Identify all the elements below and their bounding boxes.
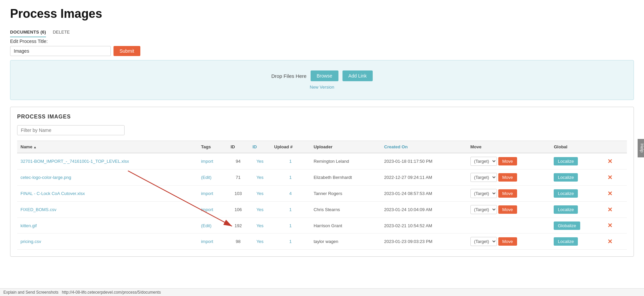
cell-uploader: Harrison Grant [310,218,381,234]
cell-upload[interactable]: 1 [271,153,310,169]
table-row: pricing.csvimport98Yes1taylor wagen2023-… [17,234,627,250]
cell-created: 2023-01-24 08:57:53 AM [381,186,467,202]
file-link[interactable]: cetec-logo-color-large.png [20,175,71,180]
move-select[interactable]: (Target) [470,173,497,182]
localize-button[interactable]: Localize [554,189,578,198]
globalize-button[interactable]: Globalize [554,221,580,230]
move-button[interactable]: Move [498,157,517,165]
cell-delete: ✕ [602,234,627,250]
cell-id: 103 [227,186,249,202]
cell-delete: ✕ [602,186,627,202]
cell-tags: import [198,153,227,169]
cell-id-link[interactable]: Yes [249,234,271,250]
table-row: FIXED_BOMS.csvimport106Yes1Chris Stearns… [17,202,627,218]
cell-global: Localize [550,186,602,202]
filter-input[interactable] [17,125,125,135]
move-button[interactable]: Move [498,205,517,214]
nav-tab-documents[interactable]: DOCUMENTS (6) [10,28,46,37]
cell-global: Localize [550,153,602,169]
cell-upload[interactable]: 1 [271,202,310,218]
move-button[interactable]: Move [498,189,517,198]
cell-delete: ✕ [602,202,627,218]
cell-created: 2023-02-21 10:54:52 AM [381,218,467,234]
cell-tags[interactable]: (Edit) [198,169,227,186]
nav-tab-delete[interactable]: DELETE [53,28,70,37]
cell-upload[interactable]: 1 [271,218,310,234]
localize-button[interactable]: Localize [554,157,578,165]
col-tags: Tags [198,141,227,153]
cell-id: 106 [227,202,249,218]
file-link[interactable]: pricing.csv [20,239,41,244]
delete-button[interactable]: ✕ [605,189,614,198]
edit-process-label: Edit Process Title: [10,39,634,44]
move-select[interactable]: (Target) [470,205,497,214]
localize-button[interactable]: Localize [554,205,578,214]
cell-delete: ✕ [602,153,627,169]
cell-uploader: Tanner Rogers [310,186,381,202]
page-title: Process Images [10,7,634,21]
add-link-button[interactable]: Add Link [342,70,373,81]
delete-button[interactable]: ✕ [605,237,614,246]
cell-uploader: Elizabeth Bernhardt [310,169,381,186]
process-title-input[interactable] [10,46,111,56]
cell-created: 2023-01-23 09:03:23 PM [381,234,467,250]
file-link[interactable]: FIXED_BOMS.csv [20,207,56,212]
move-button[interactable]: Move [498,237,517,246]
cell-id-link[interactable]: Yes [249,169,271,186]
cell-move: (Target)Move [467,202,551,218]
cell-uploader: taylor wagen [310,234,381,250]
cell-upload[interactable]: 4 [271,186,310,202]
file-link[interactable]: FINAL - C-Lock CoA Cutover.xlsx [20,191,85,196]
cell-id: 192 [227,218,249,234]
browse-button[interactable]: Browse [311,70,338,81]
top-nav: DOCUMENTS (6) DELETE [10,28,634,37]
delete-button[interactable]: ✕ [605,173,614,182]
table-row: FINAL - C-Lock CoA Cutover.xlsximport103… [17,186,627,202]
table-row: 32701-BOM_IMPORT_-_74161001-1_TOP_LEVEL.… [17,153,627,169]
col-uploader: Uploader [310,141,381,153]
submit-button[interactable]: Submit [113,46,140,56]
cell-global: Localize [550,234,602,250]
cell-id-link[interactable]: Yes [249,186,271,202]
col-name[interactable]: Name [17,141,198,153]
move-select[interactable]: (Target) [470,157,497,166]
cell-id-link[interactable]: Yes [249,202,271,218]
file-link[interactable]: 32701-BOM_IMPORT_-_74161001-1_TOP_LEVEL.… [20,159,129,164]
cell-id: 94 [227,153,249,169]
col-global: Global [550,141,602,153]
col-id2[interactable]: ID [249,141,271,153]
move-button[interactable]: Move [498,173,517,182]
cell-tags: import [198,202,227,218]
localize-button[interactable]: Localize [554,173,578,182]
drop-zone-text: Drop Files Here [271,73,307,79]
move-select[interactable]: (Target) [470,189,497,198]
cell-name: FIXED_BOMS.csv [17,202,198,218]
cell-move: (Target)Move [467,186,551,202]
cell-id: 71 [227,169,249,186]
cell-id-link[interactable]: Yes [249,153,271,169]
cell-delete: ✕ [602,218,627,234]
drop-zone-row: Drop Files Here Browse Add Link [271,70,373,81]
new-version-link[interactable]: New Version [310,85,334,90]
cell-move: (Target)Move [467,153,551,169]
localize-button[interactable]: Localize [554,237,578,246]
cell-name: cetec-logo-color-large.png [17,169,198,186]
cell-upload[interactable]: 1 [271,169,310,186]
move-select[interactable]: (Target) [470,237,497,246]
col-id1: ID [227,141,249,153]
table-body: 32701-BOM_IMPORT_-_74161001-1_TOP_LEVEL.… [17,153,627,250]
cell-global: Localize [550,169,602,186]
cell-id-link[interactable]: Yes [249,218,271,234]
process-table-section: PROCESS IMAGES Name Tags ID ID [10,107,634,257]
delete-button[interactable]: ✕ [605,205,614,214]
cell-upload[interactable]: 1 [271,234,310,250]
cell-name: 32701-BOM_IMPORT_-_74161001-1_TOP_LEVEL.… [17,153,198,169]
cell-id: 98 [227,234,249,250]
file-link[interactable]: kitten.gif [20,223,37,228]
delete-button[interactable]: ✕ [605,157,614,166]
delete-button[interactable]: ✕ [605,221,614,230]
cell-tags[interactable]: (Edit) [198,218,227,234]
col-created[interactable]: Created On [381,141,467,153]
cell-name: FINAL - C-Lock CoA Cutover.xlsx [17,186,198,202]
help-tab[interactable]: Help [638,139,644,157]
